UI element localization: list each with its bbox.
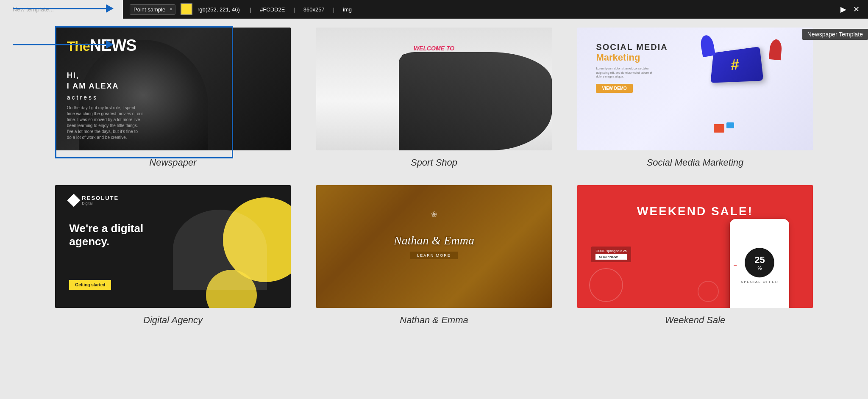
color-nav-close[interactable]: ✕: [851, 5, 861, 14]
template-card-wedding[interactable]: ❀ Nathan & Emma LEARN MORE Nathan & Emma: [316, 185, 552, 326]
wedding-names: Nathan & Emma: [394, 234, 474, 247]
color-nav: ▶ ✕: [839, 5, 861, 14]
template-card-newspaper[interactable]: TheNEWS HI,I AM ALEXAactress On the day …: [55, 28, 291, 168]
sale-discount-percent: %: [758, 266, 762, 271]
newspaper-title-news: NEWS: [90, 36, 136, 54]
wedding-bg: ❀ Nathan & Emma LEARN MORE: [316, 185, 552, 308]
agency-logo: RESOLUTE Digital: [69, 195, 119, 205]
agency-headline: We're a digitalagency.: [69, 222, 143, 248]
tooltip-newspaper-template: Newspaper Template: [802, 29, 868, 40]
newspaper-text-area: TheNEWS HI,I AM ALEXAactress On the day …: [67, 37, 279, 141]
sport-welcome-to: WELCOME TO: [316, 45, 552, 52]
color-divider3: |: [333, 6, 334, 13]
newspaper-title-the: The: [67, 39, 90, 54]
agency-person-silhouette: [173, 210, 267, 290]
social-title-area: SOCIAL MEDIA Marketing Lorem ipsum dolor…: [596, 42, 668, 93]
social-illustration: #: [679, 34, 808, 139]
template-card-sport-shop[interactable]: WELCOME TO SPORTIFY The fitness facility…: [316, 28, 552, 168]
wedding-label: Nathan & Emma: [400, 315, 468, 326]
agency-logo-text: RESOLUTE: [82, 195, 119, 201]
newspaper-body-text: On the day I got my first role, I spent …: [67, 105, 143, 141]
sale-discount-number: 25: [754, 255, 765, 266]
social-body-text: Lorem ipsum dolor sit amet, consectetur …: [596, 66, 655, 79]
agency-person-area: [173, 210, 267, 290]
sale-swirl-decoration: [589, 268, 623, 302]
color-swatch: [181, 3, 192, 15]
newspaper-label: Newspaper: [149, 157, 196, 168]
digital-agency-thumbnail[interactable]: RESOLUTE Digital We're a digitalagency. …: [55, 185, 291, 308]
color-rgb: rgb(252, 221, 46): [198, 6, 240, 13]
sale-bg: WEEKEND SALE! CODE springdale 25 SHOP NO…: [577, 185, 813, 308]
color-divider2: |: [293, 6, 295, 13]
social-isometric-group: #: [709, 48, 777, 124]
template-card-digital-agency[interactable]: RESOLUTE Digital We're a digitalagency. …: [55, 185, 291, 326]
sale-discount-circle: − 25%: [745, 248, 774, 277]
social-title-line2: Marketing: [596, 52, 668, 63]
wedding-floral-icon: ❀: [431, 210, 437, 219]
social-media-thumbnail[interactable]: SOCIAL MEDIA Marketing Lorem ipsum dolor…: [577, 28, 813, 150]
sport-shop-bg: WELCOME TO SPORTIFY The fitness facility…: [316, 28, 552, 150]
sale-minus-icon: −: [733, 262, 737, 269]
main-content: TheNEWS HI,I AM ALEXAactress On the day …: [0, 0, 868, 338]
agency-bg: RESOLUTE Digital We're a digitalagency. …: [55, 185, 291, 308]
sample-mode-wrapper[interactable]: Point sample 5 average 11 average: [130, 4, 175, 15]
sale-headline: WEEKEND SALE!: [577, 205, 813, 218]
wedding-text: Nathan & Emma LEARN MORE: [394, 234, 474, 259]
sale-code-text: CODE springdale 25: [595, 249, 626, 253]
gift-box-2: [726, 122, 734, 128]
weekend-sale-label: Weekend Sale: [665, 315, 726, 326]
social-media-label: Social Media Marketing: [647, 157, 744, 168]
sport-shop-label: Sport Shop: [411, 157, 457, 168]
color-element: img: [343, 6, 352, 13]
color-nav-prev[interactable]: ▶: [839, 5, 848, 14]
sale-shop-cta: SHOP NOW: [595, 254, 626, 260]
agency-logo-text-group: RESOLUTE Digital: [82, 195, 119, 205]
top-bar-left-text: New template...: [13, 6, 54, 13]
digital-agency-label: Digital Agency: [143, 315, 203, 326]
template-grid: TheNEWS HI,I AM ALEXAactress On the day …: [55, 28, 813, 326]
color-hex: |: [250, 6, 251, 13]
figure-right: [769, 39, 782, 60]
weekend-sale-thumbnail[interactable]: WEEKEND SALE! CODE springdale 25 SHOP NO…: [577, 185, 813, 308]
hashtag-phone: #: [710, 47, 763, 83]
newspaper-title: TheNEWS: [67, 37, 279, 53]
social-media-bg: SOCIAL MEDIA Marketing Lorem ipsum dolor…: [577, 28, 813, 150]
sport-shop-thumbnail[interactable]: WELCOME TO SPORTIFY The fitness facility…: [316, 28, 552, 150]
agency-logo-sub: Digital: [82, 201, 119, 205]
color-hex-value: #FCDD2E: [260, 6, 285, 13]
sport-runner-area: [399, 52, 552, 150]
color-size: 360x257: [303, 6, 325, 13]
sale-phone-mockup: − 25% SPECIAL OFFER: [730, 219, 789, 308]
template-card-weekend-sale[interactable]: WEEKEND SALE! CODE springdale 25 SHOP NO…: [577, 185, 813, 326]
newspaper-thumbnail[interactable]: TheNEWS HI,I AM ALEXAactress On the day …: [55, 28, 291, 150]
figure-left: [699, 34, 715, 57]
newspaper-subtitle: HI,I AM ALEXAactress: [67, 70, 279, 103]
sale-code-area: CODE springdale 25 SHOP NOW: [591, 247, 631, 262]
wedding-thumbnail[interactable]: ❀ Nathan & Emma LEARN MORE: [316, 185, 552, 308]
agency-cta: Getting started: [69, 280, 111, 290]
sale-special-offer: SPECIAL OFFER: [741, 280, 779, 284]
sample-mode-select[interactable]: Point sample 5 average 11 average: [130, 4, 175, 15]
social-title-line1: SOCIAL MEDIA: [596, 42, 668, 52]
sale-swirl-2: [698, 281, 719, 302]
wedding-cta: LEARN MORE: [410, 252, 458, 259]
agency-logo-icon: [67, 194, 81, 207]
sport-runner-silhouette: [399, 52, 552, 150]
color-info: rgb(252, 221, 46) | #FCDD2E | 360x257 | …: [198, 6, 834, 13]
social-view-demo: VIEW DEMO: [596, 84, 632, 93]
template-card-social-media[interactable]: SOCIAL MEDIA Marketing Lorem ipsum dolor…: [577, 28, 813, 168]
gift-box-1: [714, 124, 724, 133]
color-picker-bar: Point sample 5 average 11 average rgb(25…: [123, 0, 868, 19]
